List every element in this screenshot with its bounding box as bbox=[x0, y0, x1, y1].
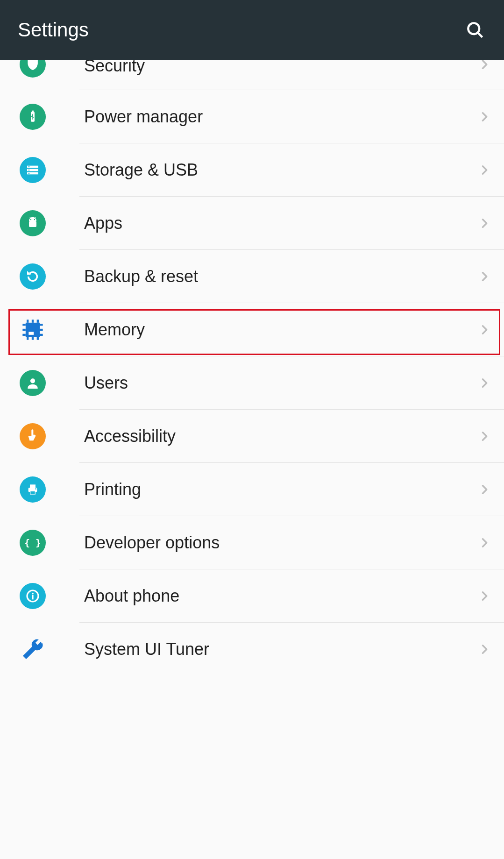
settings-item-label: Apps bbox=[84, 213, 478, 233]
chevron-right-icon bbox=[478, 430, 491, 443]
svg-rect-31 bbox=[30, 484, 35, 488]
battery-icon bbox=[20, 104, 46, 130]
settings-item-label: About phone bbox=[84, 586, 478, 606]
settings-item-system-ui-tuner[interactable]: System UI Tuner bbox=[0, 623, 504, 675]
storage-icon bbox=[20, 157, 46, 183]
settings-item-apps[interactable]: Apps bbox=[0, 197, 504, 249]
memory-icon bbox=[20, 317, 46, 343]
svg-point-37 bbox=[32, 592, 34, 594]
svg-line-1 bbox=[478, 33, 483, 37]
chevron-right-icon bbox=[478, 270, 491, 283]
settings-item-label: Power manager bbox=[84, 107, 478, 127]
page-title: Settings bbox=[18, 19, 89, 41]
settings-item-security[interactable]: Security bbox=[0, 60, 504, 90]
svg-rect-16 bbox=[28, 332, 34, 335]
settings-item-power-manager[interactable]: Power manager bbox=[0, 90, 504, 143]
hand-icon bbox=[20, 423, 46, 449]
settings-item-label: Users bbox=[84, 373, 478, 393]
svg-point-9 bbox=[28, 172, 30, 174]
svg-point-29 bbox=[30, 378, 35, 383]
svg-point-8 bbox=[28, 169, 30, 170]
settings-item-backup-reset[interactable]: Backup & reset bbox=[0, 250, 504, 303]
settings-item-users[interactable]: Users bbox=[0, 356, 504, 409]
svg-point-7 bbox=[28, 166, 30, 167]
info-icon bbox=[20, 583, 46, 609]
android-icon bbox=[20, 210, 46, 236]
shield-icon bbox=[20, 60, 46, 78]
settings-list: SecurityPower managerStorage & USBAppsBa… bbox=[0, 60, 504, 859]
printer-icon bbox=[20, 476, 46, 503]
settings-item-storage-usb[interactable]: Storage & USB bbox=[0, 143, 504, 196]
svg-text:{ }: { } bbox=[25, 537, 40, 548]
settings-item-label: System UI Tuner bbox=[84, 639, 478, 659]
chevron-right-icon bbox=[478, 483, 491, 496]
settings-item-about-phone[interactable]: About phone bbox=[0, 569, 504, 622]
settings-item-label: Backup & reset bbox=[84, 267, 478, 286]
chevron-right-icon bbox=[478, 643, 491, 656]
svg-point-0 bbox=[468, 23, 479, 34]
settings-item-memory[interactable]: Memory bbox=[0, 303, 504, 356]
settings-item-accessibility[interactable]: Accessibility bbox=[0, 410, 504, 462]
settings-item-label: Accessibility bbox=[84, 426, 478, 446]
search-button[interactable] bbox=[464, 19, 486, 41]
settings-item-label: Storage & USB bbox=[84, 160, 478, 180]
chevron-right-icon bbox=[478, 60, 491, 71]
svg-rect-10 bbox=[29, 221, 36, 227]
settings-item-label: Printing bbox=[84, 480, 478, 499]
svg-point-11 bbox=[30, 219, 31, 220]
svg-rect-33 bbox=[30, 491, 35, 494]
settings-item-label: Memory bbox=[84, 320, 478, 340]
svg-point-34 bbox=[35, 488, 36, 490]
chevron-right-icon bbox=[478, 323, 491, 336]
search-icon bbox=[465, 20, 485, 40]
wrench-icon bbox=[20, 636, 46, 662]
svg-point-12 bbox=[34, 219, 35, 220]
svg-rect-3 bbox=[32, 110, 34, 112]
chevron-right-icon bbox=[478, 536, 491, 549]
settings-item-developer[interactable]: { }Developer options bbox=[0, 516, 504, 569]
settings-item-printing[interactable]: Printing bbox=[0, 463, 504, 516]
chevron-right-icon bbox=[478, 110, 491, 123]
chevron-right-icon bbox=[478, 589, 491, 603]
user-icon bbox=[20, 370, 46, 396]
braces-icon: { } bbox=[20, 530, 46, 556]
settings-item-label: Security bbox=[84, 60, 478, 76]
svg-rect-38 bbox=[32, 595, 33, 599]
restore-icon bbox=[20, 263, 46, 290]
chevron-right-icon bbox=[478, 376, 491, 390]
settings-item-label: Developer options bbox=[84, 533, 478, 553]
chevron-right-icon bbox=[478, 217, 491, 230]
chevron-right-icon bbox=[478, 163, 491, 177]
app-header: Settings bbox=[0, 0, 504, 60]
